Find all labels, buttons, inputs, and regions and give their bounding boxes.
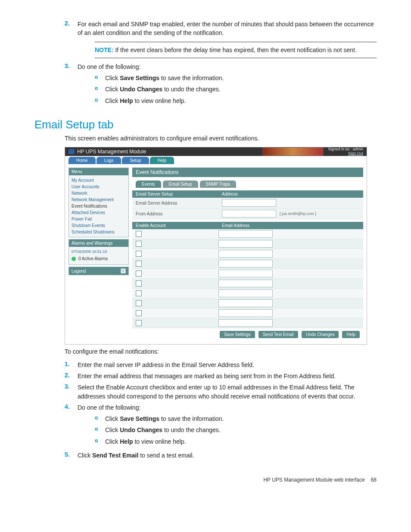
bullet: o (95, 96, 105, 105)
account-row (132, 229, 363, 239)
ok-icon (72, 257, 76, 261)
app-header: HP UPS Management Module Signed in as : … (65, 147, 367, 156)
bullet: o (95, 426, 105, 434)
undo-changes-button[interactable]: Undo Changes (302, 331, 339, 338)
help-button[interactable]: Help (342, 331, 360, 338)
email-input[interactable] (218, 250, 273, 258)
menu-network[interactable]: Network (72, 190, 126, 196)
enable-checkbox[interactable] (136, 310, 142, 316)
bullet: o (95, 414, 105, 423)
step-number: 2. (65, 20, 78, 37)
timestamp: 07/16/2008 16:51:15 (72, 249, 126, 255)
bullet: o (95, 437, 105, 446)
sub-text: Click Save Settings to save the informat… (105, 414, 377, 423)
button-row: Save Settings Send Test Email Undo Chang… (132, 328, 363, 341)
alarm-count: 0 Active Alarms (78, 256, 108, 261)
email-address-label: Email Address (222, 223, 249, 228)
email-input[interactable] (218, 289, 273, 297)
menu-shutdown-events[interactable]: Shutdown Events (72, 222, 126, 229)
menu-attached-devices[interactable]: Attached Devices (72, 209, 126, 216)
menu-my-account[interactable]: My Account (72, 177, 126, 184)
step-number: 3. (65, 62, 78, 108)
footer-page: 68 (371, 477, 377, 483)
config-step-5: 5. Click Send Test Email to send a test … (65, 451, 377, 460)
tab-setup[interactable]: Setup (122, 157, 149, 164)
menu-user-accounts[interactable]: User Accounts (72, 184, 126, 190)
sub-text: Click Help to view online help. (105, 96, 377, 105)
enable-checkbox[interactable] (136, 251, 142, 257)
enable-checkbox[interactable] (136, 280, 142, 286)
send-test-email-button[interactable]: Send Test Email (258, 331, 298, 338)
tab-help[interactable]: Help (150, 157, 174, 164)
step-number: 1. (65, 361, 78, 369)
step-text: Click Send Test Email to send a test ema… (78, 451, 377, 460)
hp-logo-icon (68, 149, 75, 154)
email-input[interactable] (218, 270, 273, 277)
banner-image (262, 147, 324, 156)
enable-checkbox[interactable] (136, 261, 142, 267)
menu-scheduled-shutdowns[interactable]: Scheduled Shutdowns (72, 229, 126, 235)
enable-checkbox[interactable] (136, 271, 142, 277)
email-input[interactable] (218, 230, 273, 238)
menu-power-fail[interactable]: Power Fail (72, 216, 126, 222)
section-heading: Email Setup tab (34, 118, 377, 131)
sub-text: Click Undo Changes to undo the changes. (105, 426, 377, 434)
note-label: NOTE: (95, 47, 114, 53)
step-text: Do one of the following: oClick Save Set… (78, 62, 377, 108)
step-text: Select the Enable Account checkbox and e… (78, 383, 377, 401)
sub-text: Click Undo Changes to undo the changes. (105, 85, 377, 93)
email-input[interactable] (218, 299, 273, 307)
note-text: If the event clears before the delay tim… (114, 47, 357, 53)
bullet: o (95, 85, 105, 93)
menu-event-notifications[interactable]: Event Notifications (72, 203, 126, 209)
email-input[interactable] (218, 319, 273, 327)
enable-checkbox[interactable] (136, 300, 142, 306)
step-text: Do one of the following: oClick Save Set… (78, 403, 377, 448)
subtab-snmp-traps[interactable]: SNMP Traps (200, 180, 237, 188)
sub-list: oClick Save Settings to save the informa… (95, 74, 377, 105)
subtab-events[interactable]: Events (136, 180, 161, 188)
enable-checkbox[interactable] (136, 241, 142, 247)
account-row (132, 269, 363, 279)
section-intro: This screen enables administrators to co… (65, 134, 377, 143)
email-input[interactable] (218, 280, 273, 287)
server-setup-bar: Email Server Setup Address (132, 190, 363, 198)
step-number: 2. (65, 372, 78, 380)
legend-header: Legend (72, 269, 86, 274)
from-address-input[interactable] (222, 210, 276, 218)
config-step-4: 4. Do one of the following: oClick Save … (65, 403, 377, 448)
account-bar: Enable Account Email Address (132, 222, 363, 229)
account-row (132, 308, 363, 318)
sign-out-link[interactable]: Sign Out (348, 151, 363, 156)
configure-intro: To configure the email notifications: (65, 347, 377, 356)
save-settings-button[interactable]: Save Settings (220, 331, 255, 338)
legend-panel: Legend + (68, 267, 129, 275)
step-3: 3. Do one of the following: oClick Save … (65, 62, 377, 108)
note-box: NOTE: If the event clears before the del… (95, 42, 377, 58)
tab-logs[interactable]: Logs (97, 157, 121, 164)
from-address-label: From Address (136, 212, 222, 216)
menu-network-management[interactable]: Network Management (72, 196, 126, 203)
subtab-email-setup[interactable]: Email Setup (163, 180, 198, 188)
enable-checkbox[interactable] (136, 320, 142, 326)
alarms-panel: Alarms and Warnings 07/16/2008 16:51:15 … (68, 239, 129, 265)
enable-checkbox[interactable] (136, 231, 142, 237)
server-address-input[interactable] (222, 199, 276, 207)
config-step-2: 2. Enter the email address that messages… (65, 372, 377, 380)
email-input[interactable] (218, 240, 273, 248)
signin-info: Signed in as : admin Sign Out (328, 147, 363, 156)
enable-checkbox[interactable] (136, 290, 142, 296)
email-input[interactable] (218, 309, 273, 317)
expand-icon[interactable]: + (121, 268, 126, 274)
step-number: 3. (65, 383, 78, 401)
alarm-status: 0 Active Alarms (72, 255, 126, 263)
bullet: o (95, 74, 105, 82)
page-footer: HP UPS Management Module web interface 6… (34, 477, 377, 483)
step-text: Enter the mail server IP address in the … (78, 361, 377, 369)
account-row (132, 259, 363, 269)
step-2: 2. For each email and SNMP trap enabled,… (65, 20, 377, 37)
email-input[interactable] (218, 260, 273, 268)
step-text: For each email and SNMP trap enabled, en… (78, 20, 377, 37)
account-row (132, 239, 363, 249)
tab-home[interactable]: Home (68, 157, 96, 164)
